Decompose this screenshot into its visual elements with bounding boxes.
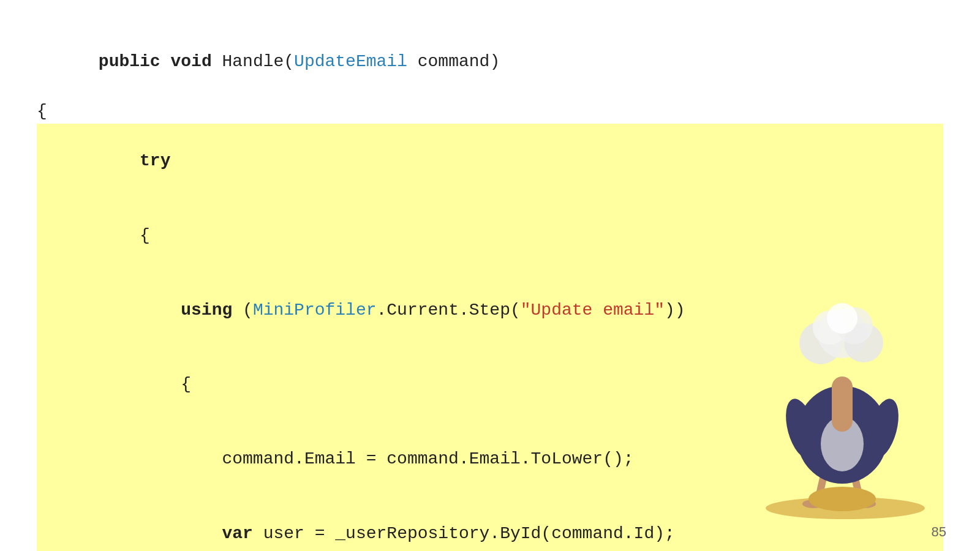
svg-point-16 (827, 303, 858, 334)
kw-var1: var (222, 524, 252, 543)
ostrich-illustration (747, 282, 943, 527)
page-number: 85 (932, 524, 946, 540)
string-update-email: "Update email" (521, 301, 665, 320)
type-updateemail: UpdateEmail (294, 52, 407, 71)
kw-void: void (170, 52, 211, 71)
kw-public: public (99, 52, 160, 71)
kw-try: try (140, 151, 170, 170)
svg-rect-9 (832, 377, 853, 432)
svg-point-10 (809, 487, 876, 511)
code-line-3: try (37, 124, 943, 198)
class-miniprofiler: MiniProfiler (253, 301, 377, 320)
code-line-2: { (37, 99, 943, 124)
code-line-4: { (37, 198, 943, 273)
kw-using: using (181, 301, 232, 320)
code-line-1: public void Handle(UpdateEmail command) (37, 24, 943, 99)
